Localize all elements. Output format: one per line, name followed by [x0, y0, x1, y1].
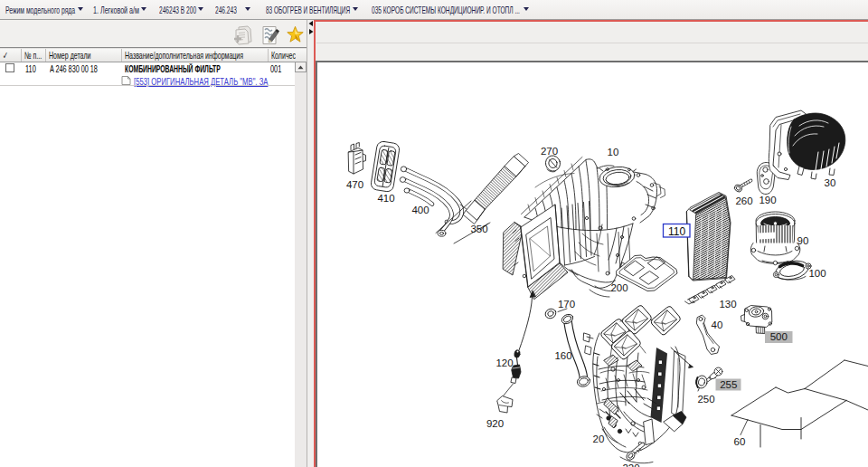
svg-text:20: 20	[593, 434, 605, 444]
svg-text:90: 90	[797, 235, 809, 246]
svg-text:220: 220	[622, 462, 639, 467]
svg-text:255: 255	[720, 379, 737, 390]
svg-text:40: 40	[712, 319, 723, 330]
svg-text:160: 160	[554, 350, 571, 361]
svg-text:200: 200	[610, 282, 627, 293]
svg-text:350: 350	[470, 224, 487, 234]
svg-text:110: 110	[668, 225, 685, 238]
svg-text:470: 470	[346, 179, 363, 190]
svg-text:920: 920	[486, 418, 504, 429]
svg-text:170: 170	[558, 299, 575, 310]
svg-text:100: 100	[808, 268, 826, 279]
svg-text:500: 500	[770, 331, 788, 342]
svg-text:60: 60	[734, 436, 746, 447]
svg-text:410: 410	[377, 193, 394, 204]
svg-text:270: 270	[541, 146, 558, 157]
svg-text:190: 190	[759, 195, 776, 205]
svg-text:130: 130	[719, 299, 736, 310]
svg-text:10: 10	[608, 147, 619, 157]
svg-text:250: 250	[697, 394, 714, 405]
svg-text:30: 30	[825, 177, 836, 188]
svg-text:120: 120	[495, 357, 513, 368]
svg-text:260: 260	[735, 195, 752, 206]
svg-text:400: 400	[411, 205, 429, 215]
